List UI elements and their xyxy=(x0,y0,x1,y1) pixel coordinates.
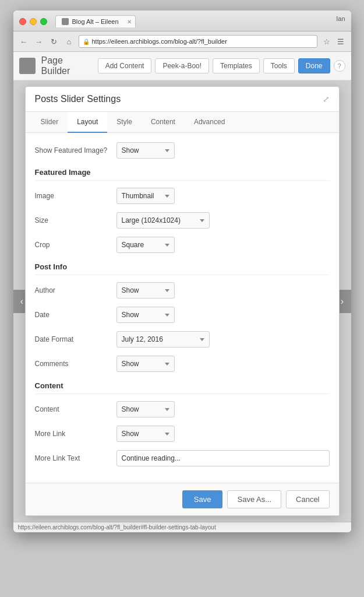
menu-icon[interactable]: ☰ xyxy=(335,36,347,47)
tab-close-icon[interactable]: ✕ xyxy=(127,19,132,25)
forward-button[interactable]: → xyxy=(33,36,45,47)
post-info-heading: Post Info xyxy=(35,262,330,275)
crop-row: Crop Square Landscape Portrait None xyxy=(35,237,330,253)
crop-select[interactable]: Square Landscape Portrait None xyxy=(116,237,175,253)
comments-select[interactable]: Show Hide xyxy=(116,356,175,372)
save-button[interactable]: Save xyxy=(182,490,223,508)
date-format-control: July 12, 2016 07/12/2016 12/07/2016 xyxy=(116,331,330,347)
comments-row: Comments Show Hide xyxy=(35,356,330,372)
more-link-text-control xyxy=(116,450,330,466)
image-row: Image Thumbnail Full Size xyxy=(35,188,330,204)
author-label: Author xyxy=(35,286,116,294)
tab-layout[interactable]: Layout xyxy=(68,112,107,133)
save-as-button[interactable]: Save As... xyxy=(227,490,281,508)
size-label: Size xyxy=(35,216,116,224)
browser-titlebar: Blog Alt – Eileen ✕ Ian xyxy=(13,10,351,31)
more-link-text-input[interactable] xyxy=(116,450,330,466)
show-featured-image-label: Show Featured Image? xyxy=(35,146,116,154)
tab-slider[interactable]: Slider xyxy=(31,112,68,133)
more-link-select[interactable]: Show Hide xyxy=(116,426,175,442)
tab-title: Blog Alt – Eileen xyxy=(72,18,119,25)
more-link-text-row: More Link Text xyxy=(35,450,330,466)
content-select[interactable]: Show Hide xyxy=(116,401,175,417)
browser-window: Blog Alt – Eileen ✕ Ian ← → ↻ ⌂ 🔒 https:… xyxy=(13,10,351,532)
content-label: Content xyxy=(35,405,116,413)
templates-button[interactable]: Templates xyxy=(213,58,260,73)
cancel-button[interactable]: Cancel xyxy=(286,490,329,508)
peek-a-boo-button[interactable]: Peek-a-Boo! xyxy=(155,58,209,73)
date-row: Date Show Hide xyxy=(35,307,330,323)
author-select[interactable]: Show Hide xyxy=(116,282,175,298)
maximize-button[interactable] xyxy=(40,18,47,25)
done-button[interactable]: Done xyxy=(298,58,330,73)
home-button[interactable]: ⌂ xyxy=(63,36,75,47)
close-button[interactable] xyxy=(19,18,26,25)
author-row: Author Show Hide xyxy=(35,282,330,298)
more-link-text-label: More Link Text xyxy=(35,454,116,462)
page-builder-toolbar: Page Builder Add Content Peek-a-Boo! Tem… xyxy=(13,52,351,80)
date-format-select[interactable]: July 12, 2016 07/12/2016 12/07/2016 xyxy=(116,331,210,347)
image-label: Image xyxy=(35,192,116,200)
settings-panel: Posts Slider Settings ⤢ Slider Layout St… xyxy=(25,86,340,516)
address-url: https://eileen.archiblogs.com/blog-alt/?… xyxy=(92,38,227,45)
more-link-row: More Link Show Hide xyxy=(35,426,330,442)
address-bar[interactable]: 🔒 https://eileen.archiblogs.com/blog-alt… xyxy=(79,35,317,48)
main-content-area: ‹ › Posts Slider Settings ⤢ Slider Layou… xyxy=(13,80,351,522)
date-format-row: Date Format July 12, 2016 07/12/2016 12/… xyxy=(35,331,330,347)
page-builder-logo xyxy=(19,58,36,74)
ssl-lock-icon: 🔒 xyxy=(83,38,90,45)
minimize-button[interactable] xyxy=(30,18,37,25)
image-select[interactable]: Thumbnail Full Size xyxy=(116,188,175,204)
show-featured-image-select[interactable]: Show Hide xyxy=(116,142,175,159)
back-button[interactable]: ← xyxy=(18,36,30,47)
more-link-control: Show Hide xyxy=(116,426,330,442)
show-featured-image-control: Show Hide xyxy=(116,142,330,159)
date-control: Show Hide xyxy=(116,307,330,323)
help-button[interactable]: ? xyxy=(334,60,345,72)
comments-label: Comments xyxy=(35,360,116,368)
settings-title: Posts Slider Settings xyxy=(35,94,121,104)
star-icon[interactable]: ☆ xyxy=(321,36,333,47)
browser-user: Ian xyxy=(336,15,345,22)
browser-nav: ← → ↻ ⌂ 🔒 https://eileen.archiblogs.com/… xyxy=(13,31,351,52)
status-url: https://eileen.archiblogs.com/blog-alt/?… xyxy=(18,524,216,531)
page-builder-title: Page Builder xyxy=(41,55,94,76)
crop-control: Square Landscape Portrait None xyxy=(116,237,330,253)
date-format-label: Date Format xyxy=(35,335,116,343)
crop-label: Crop xyxy=(35,241,116,249)
tab-favicon xyxy=(62,18,69,25)
size-select[interactable]: Large (1024x1024) Medium (300x300) Small… xyxy=(116,212,210,229)
nav-right-icons: ☆ ☰ xyxy=(321,36,347,47)
size-row: Size Large (1024x1024) Medium (300x300) … xyxy=(35,212,330,229)
settings-content: Show Featured Image? Show Hide Featured … xyxy=(26,133,339,483)
featured-image-heading: Featured Image xyxy=(35,168,330,181)
browser-tab[interactable]: Blog Alt – Eileen ✕ xyxy=(55,15,136,27)
more-link-label: More Link xyxy=(35,430,116,438)
settings-footer: Save Save As... Cancel xyxy=(26,483,339,515)
add-content-button[interactable]: Add Content xyxy=(98,58,152,73)
settings-header: Posts Slider Settings ⤢ xyxy=(26,87,339,112)
tab-advanced[interactable]: Advanced xyxy=(185,112,234,133)
image-control: Thumbnail Full Size xyxy=(116,188,330,204)
content-row: Content Show Hide xyxy=(35,401,330,417)
traffic-lights xyxy=(19,18,47,25)
settings-modal-overlay: Posts Slider Settings ⤢ Slider Layout St… xyxy=(19,86,345,516)
browser-statusbar: https://eileen.archiblogs.com/blog-alt/?… xyxy=(13,522,351,532)
size-control: Large (1024x1024) Medium (300x300) Small… xyxy=(116,212,330,229)
tab-style[interactable]: Style xyxy=(107,112,142,133)
comments-control: Show Hide xyxy=(116,356,330,372)
content-control: Show Hide xyxy=(116,401,330,417)
tab-content[interactable]: Content xyxy=(142,112,185,133)
content-heading: Content xyxy=(35,381,330,394)
date-label: Date xyxy=(35,311,116,319)
collapse-icon[interactable]: ⤢ xyxy=(323,94,330,104)
date-select[interactable]: Show Hide xyxy=(116,307,175,323)
tools-button[interactable]: Tools xyxy=(263,58,295,73)
tabs-bar: Slider Layout Style Content Advanced xyxy=(26,112,339,133)
show-featured-image-row: Show Featured Image? Show Hide xyxy=(35,142,330,159)
author-control: Show Hide xyxy=(116,282,330,298)
reload-button[interactable]: ↻ xyxy=(48,36,60,47)
